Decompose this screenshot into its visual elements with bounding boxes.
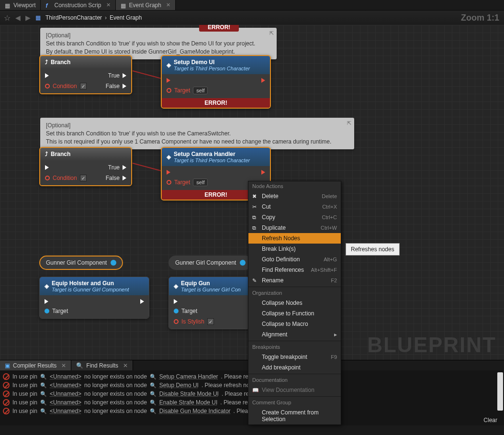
favorite-icon[interactable]: ☆ — [4, 13, 11, 22]
output-pin[interactable] — [240, 260, 246, 266]
menu-rename[interactable]: ✎RenameF2 — [248, 275, 341, 286]
exec-out-pin[interactable] — [261, 78, 265, 83]
false-pin[interactable]: False — [106, 83, 126, 89]
tab-construction-script[interactable]: f Construction Scrip ✕ — [41, 0, 115, 10]
compiler-icon: ▣ — [5, 362, 10, 369]
is-stylish-pin[interactable]: Is Stylish✓ — [174, 318, 214, 325]
link-unnamed[interactable]: <Unnamed> — [50, 390, 81, 397]
close-icon[interactable]: ✕ — [123, 362, 128, 369]
exec-in-pin[interactable] — [45, 165, 49, 170]
pin-icon: ⇱ — [347, 120, 351, 127]
nav-forward-icon[interactable]: ▶ — [25, 14, 31, 22]
node-title: Branch — [51, 151, 70, 157]
condition-pin[interactable]: Condition✓ — [45, 175, 87, 181]
duplicate-icon: ⧉ — [252, 225, 259, 231]
menu-delete[interactable]: ✖DeleteDelete — [248, 191, 341, 201]
node-title: Equip Holster and Gun — [52, 280, 114, 287]
link-unnamed[interactable]: <Unnamed> — [50, 373, 81, 380]
node-header: ⤴ Branch — [40, 56, 131, 68]
function-icon: ◈ — [45, 283, 49, 290]
link-node[interactable]: Disable Gun Mode Indicator — [159, 408, 231, 414]
tooltip: Refreshes nodes — [346, 243, 400, 256]
zoom-indicator: Zoom 1:1 — [461, 13, 499, 23]
menu-alignment[interactable]: Alignment▸ — [248, 329, 341, 340]
search-icon: 🔍 — [150, 408, 157, 414]
exec-in-pin[interactable] — [167, 78, 170, 83]
close-icon[interactable]: ✕ — [106, 2, 111, 8]
comment-line: This is not required if you only use 1 C… — [46, 138, 348, 146]
menu-find-references[interactable]: Find ReferencesAlt+Shift+F — [248, 265, 341, 275]
exec-out-pin[interactable] — [140, 299, 144, 304]
menu-collapse-to-function[interactable]: Collapse to Function — [248, 308, 341, 319]
search-icon: 🔍 — [40, 374, 47, 380]
link-node[interactable]: Enable Strafe Mode UI — [159, 399, 217, 406]
checkbox[interactable]: ✓ — [207, 318, 214, 325]
tab-event-graph[interactable]: ▦ Event Graph ✕ — [116, 0, 176, 10]
menu-copy[interactable]: ⧉CopyCtrl+C — [248, 212, 341, 223]
true-pin[interactable]: True — [108, 72, 126, 79]
output-pin[interactable] — [111, 260, 116, 266]
link-unnamed[interactable]: <Unnamed> — [50, 408, 81, 414]
close-icon[interactable]: ✕ — [61, 362, 66, 369]
tab-label: Compiler Results — [13, 362, 56, 369]
comment-box[interactable]: ⇱ [Optional] Set this branch Condition t… — [40, 118, 354, 149]
close-icon[interactable]: ✕ — [166, 2, 170, 8]
target-pin[interactable]: Target — [174, 308, 197, 314]
node-setup-demo-ui[interactable]: ◈ Setup Demo UI Target is Third Person C… — [161, 55, 271, 109]
nav-back-icon[interactable]: ◀ — [15, 14, 21, 22]
node-equip-gun[interactable]: ◈ Equip Gun Target is Gunner Girl Con Ta… — [168, 277, 250, 329]
viewport-icon: ▦ — [5, 2, 11, 8]
menu-duplicate[interactable]: ⧉DuplicateCtrl+W — [248, 223, 341, 233]
menu-cut[interactable]: ✂CutCtrl+X — [248, 201, 341, 212]
menu-refresh-nodes[interactable]: Refresh Nodes — [248, 233, 341, 244]
target-pin[interactable]: Targetself — [167, 87, 208, 94]
false-pin[interactable]: False — [106, 175, 126, 181]
menu-add-breakpoint[interactable]: Add breakpoint — [248, 362, 341, 373]
exec-in-pin[interactable] — [167, 170, 170, 175]
link-unnamed[interactable]: <Unnamed> — [50, 399, 81, 406]
target-pin[interactable]: Targetself — [167, 178, 208, 186]
pin-icon: ⇱ — [269, 30, 274, 37]
menu-toggle-breakpoint[interactable]: Toggle breakpointF9 — [248, 352, 341, 362]
exec-in-pin[interactable] — [45, 73, 49, 78]
variable-pill-gunner-girl-component[interactable]: Gunner Girl Component — [39, 256, 123, 270]
target-pin[interactable]: Target — [45, 308, 68, 314]
true-pin[interactable]: True — [108, 164, 126, 171]
condition-pin[interactable]: Condition✓ — [45, 83, 87, 89]
branch-icon: ⤴ — [45, 151, 48, 157]
node-branch[interactable]: ⤴ Branch True Condition✓ False — [39, 147, 132, 186]
exec-in-pin[interactable] — [45, 299, 48, 304]
tab-compiler-results[interactable]: ▣ Compiler Results ✕ — [0, 360, 71, 370]
link-node[interactable]: Setup Demo UI — [159, 382, 199, 389]
node-header: ◈ Equip Holster and Gun Target is Gunner… — [40, 277, 149, 295]
comment-optional: [Optional] — [46, 122, 348, 130]
menu-break-links[interactable]: Break Link(s) — [248, 244, 341, 254]
link-node[interactable]: Disable Strafe Mode UI — [159, 390, 219, 397]
node-title: Branch — [51, 59, 70, 66]
self-chip: self — [193, 87, 208, 94]
graph-icon: ▦ — [35, 14, 41, 21]
menu-goto-definition[interactable]: Goto DefinitionAlt+G — [248, 254, 341, 265]
node-subtitle: Target is Third Person Character — [174, 157, 250, 163]
comment-optional: [Optional] — [46, 32, 271, 40]
menu-create-comment[interactable]: Create Comment from Selection — [248, 407, 341, 424]
exec-out-pin[interactable] — [261, 170, 265, 175]
menu-collapse-nodes[interactable]: Collapse Nodes — [248, 298, 341, 308]
variable-pill-gunner-girl-component[interactable]: Gunner Girl Component — [168, 256, 252, 270]
link-node[interactable]: Setup Camera Handler — [159, 373, 218, 380]
node-title: Setup Demo UI — [174, 59, 214, 66]
link-unnamed[interactable]: <Unnamed> — [50, 382, 81, 389]
delete-icon: ✖ — [252, 193, 259, 200]
checkbox[interactable]: ✓ — [80, 175, 87, 181]
clear-button[interactable]: Clear — [483, 417, 497, 424]
comment-line: Set this branch Condition to 'true' if y… — [46, 130, 348, 138]
tab-find-results[interactable]: 🔍 Find Results ✕ — [71, 360, 133, 370]
breadcrumb[interactable]: ThirdPersonCharacter › Event Graph — [45, 14, 142, 21]
scrollbar[interactable] — [497, 372, 503, 411]
exec-in-pin[interactable] — [174, 299, 178, 304]
node-branch[interactable]: ⤴ Branch True Condition✓ False — [39, 55, 132, 94]
checkbox[interactable]: ✓ — [80, 83, 87, 89]
menu-collapse-to-macro[interactable]: Collapse to Macro — [248, 319, 341, 329]
tab-viewport[interactable]: ▦ Viewport — [0, 0, 41, 10]
node-equip-holster-and-gun[interactable]: ◈ Equip Holster and Gun Target is Gunner… — [39, 277, 149, 319]
